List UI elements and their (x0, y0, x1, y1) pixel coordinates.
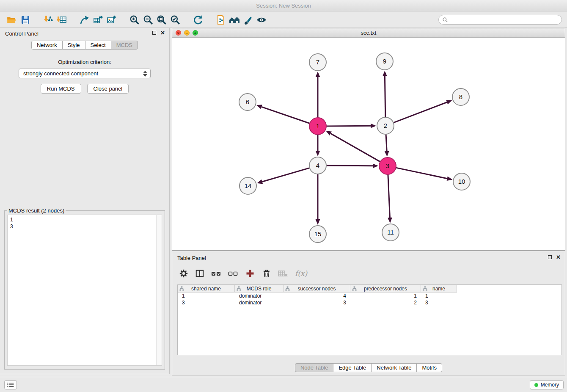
node-table-header-row: shared nameMCDS rolesuccessor nodesprede… (178, 285, 561, 293)
mcds-result-item[interactable]: 1 (10, 216, 159, 223)
refresh-button[interactable] (191, 13, 205, 27)
optimization-criterion-select[interactable]: strongly connected component (19, 69, 151, 78)
graph-edge-2-8[interactable] (394, 102, 447, 122)
column-header-successor-nodes[interactable]: successor nodes (284, 285, 350, 293)
column-header-shared-name[interactable]: shared name (178, 285, 235, 293)
graph-edge-4-14[interactable] (262, 168, 310, 182)
delete-row-trash-icon[interactable] (262, 269, 271, 278)
mcds-result-item[interactable]: 3 (10, 223, 159, 230)
close-panel-button[interactable]: Close panel (87, 84, 129, 94)
table-cell[interactable]: 3 (178, 299, 235, 306)
graph-edge-3-10[interactable] (396, 168, 447, 179)
graph-edge-3-11[interactable] (388, 174, 390, 218)
graph-edge-arrow-3-10 (447, 176, 453, 181)
column-header-mcds-role[interactable]: MCDS role (235, 285, 284, 293)
svg-text:9: 9 (383, 58, 386, 65)
split-columns-icon[interactable] (195, 269, 204, 278)
table-cell[interactable]: dominator (235, 299, 284, 306)
tab-style[interactable]: Style (62, 41, 85, 50)
control-panel-float-button[interactable] (152, 31, 156, 35)
export-network-button[interactable] (78, 13, 91, 27)
tab-mcds[interactable]: MCDS (111, 41, 138, 50)
column-tree-icon (285, 286, 290, 291)
show-hide-panel-button[interactable] (255, 13, 268, 27)
memory-button-label: Memory (541, 382, 559, 388)
zoom-out-button[interactable] (141, 13, 155, 27)
select-all-icon[interactable] (211, 269, 221, 278)
tab-network[interactable]: Network (31, 41, 63, 50)
column-header-name[interactable]: name (421, 285, 457, 293)
table-panel-tabbar: Node TableEdge TableNetwork TableMotifs (295, 363, 442, 372)
zoom-selected-button[interactable] (168, 13, 182, 27)
table-tab-edge-table[interactable]: Edge Table (333, 363, 372, 372)
apply-style-button[interactable] (241, 13, 255, 27)
export-image-button[interactable] (105, 13, 118, 27)
graph-edge-3-1[interactable] (330, 133, 380, 162)
network-window-minimize-button[interactable]: − (184, 30, 190, 36)
column-header-predecessor-nodes[interactable]: predecessor nodes (350, 285, 421, 293)
graph-node-1[interactable]: 1 (309, 118, 326, 135)
export-table-button[interactable] (91, 13, 105, 27)
graph-edge-4-3[interactable] (326, 166, 373, 166)
result-scrollbar[interactable] (156, 215, 162, 365)
open-session-button[interactable] (5, 13, 19, 27)
table-panel-float-button[interactable] (548, 255, 552, 259)
control-panel-close-button[interactable]: ✕ (160, 30, 165, 35)
table-cell[interactable]: 1 (350, 293, 421, 299)
tab-select[interactable]: Select (85, 41, 111, 50)
table-row[interactable]: 3dominator323 (178, 299, 561, 306)
graph-edge-2-3[interactable] (386, 134, 387, 151)
status-bar: Memory (0, 377, 567, 392)
graph-node-6[interactable]: 6 (239, 94, 256, 110)
table-panel-close-button[interactable]: ✕ (556, 255, 561, 259)
column-header-label: MCDS role (247, 286, 272, 292)
graph-node-8[interactable]: 8 (452, 88, 469, 105)
table-tab-motifs[interactable]: Motifs (416, 363, 442, 372)
table-cell[interactable]: 2 (350, 299, 421, 306)
table-settings-gear-icon[interactable] (179, 269, 188, 278)
table-row[interactable]: 1dominator411 (178, 293, 561, 299)
main-toolbar (0, 12, 567, 28)
graph-node-14[interactable]: 14 (239, 177, 256, 194)
zoom-fit-button[interactable] (155, 13, 168, 27)
panel-menu-button[interactable] (4, 380, 17, 389)
copy-network-button[interactable] (214, 13, 228, 27)
run-mcds-button[interactable]: Run MCDS (41, 84, 81, 94)
graph-edge-1-6[interactable] (261, 107, 310, 123)
add-row-plus-icon[interactable] (245, 268, 255, 279)
svg-text:3: 3 (386, 162, 389, 169)
graph-edge-2-9[interactable] (385, 76, 385, 117)
graph-node-9[interactable]: 9 (376, 53, 393, 70)
graph-node-11[interactable]: 11 (382, 224, 399, 241)
network-window-title: scc.txt (361, 30, 377, 36)
graph-node-15[interactable]: 15 (309, 226, 326, 243)
table-cell[interactable]: dominator (235, 293, 284, 299)
save-session-button[interactable] (19, 13, 32, 27)
graph-node-10[interactable]: 10 (453, 173, 470, 190)
network-window-close-button[interactable]: × (176, 30, 181, 36)
zoom-in-button[interactable] (128, 13, 141, 27)
table-tab-network-table[interactable]: Network Table (371, 363, 417, 372)
table-tab-node-table[interactable]: Node Table (295, 363, 334, 372)
unselect-all-icon[interactable] (228, 269, 238, 278)
table-cell[interactable]: 3 (421, 299, 457, 306)
graph-node-4[interactable]: 4 (309, 157, 326, 174)
graph-edge-1-2[interactable] (326, 126, 371, 126)
control-panel-title: Control Panel (5, 30, 39, 37)
search-input[interactable] (448, 17, 558, 23)
graph-node-2[interactable]: 2 (377, 117, 394, 134)
home-layout-button[interactable] (228, 13, 241, 27)
import-network-button[interactable] (41, 13, 55, 27)
import-table-button[interactable] (55, 13, 69, 27)
network-window-maximize-button[interactable]: + (193, 30, 198, 36)
memory-button[interactable]: Memory (530, 380, 564, 389)
table-cell[interactable]: 1 (421, 293, 457, 299)
graph-node-3[interactable]: 3 (379, 157, 396, 174)
table-cell[interactable]: 4 (284, 293, 350, 299)
table-cell[interactable]: 1 (178, 293, 235, 299)
window-title: Session: New Session (256, 3, 311, 9)
network-canvas[interactable]: 7968124314101511 (172, 38, 565, 250)
table-cell[interactable]: 3 (284, 299, 350, 306)
import-network-icon (43, 15, 53, 25)
graph-node-7[interactable]: 7 (309, 54, 326, 71)
